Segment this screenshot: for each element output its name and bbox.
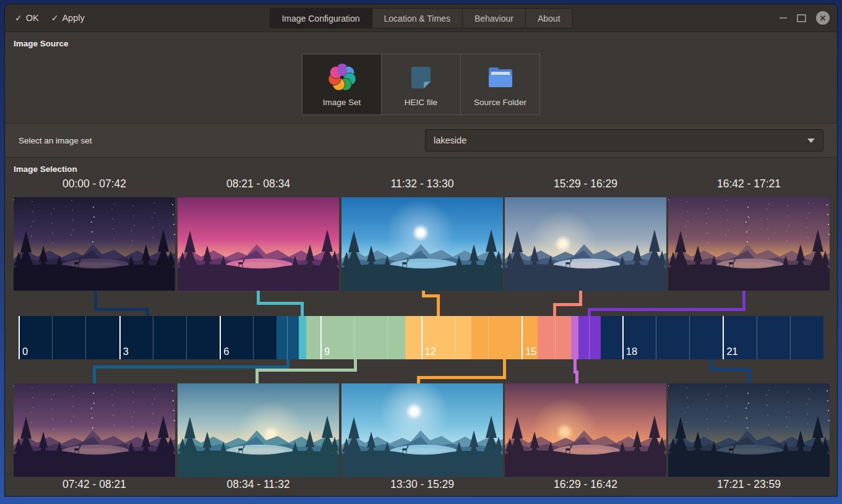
timeline-hour-tick <box>622 316 624 359</box>
apply-button-label: Apply <box>62 13 84 23</box>
image-time-label: 13:30 - 15:29 <box>342 478 503 491</box>
timeline-connector <box>588 308 745 311</box>
image-time-label: 00:00 - 07:42 <box>14 177 175 190</box>
timeline-hour-tick <box>119 316 121 359</box>
timeline-hour-label: 6 <box>223 346 229 357</box>
timeline-connector <box>256 369 259 383</box>
source-folder-icon <box>486 62 515 92</box>
image-time-label: 17:21 - 23:59 <box>668 478 830 491</box>
wallpaper-thumbnail[interactable] <box>668 197 830 291</box>
timeline-connector <box>437 294 440 316</box>
app-window: ✓ OK ✓ Apply Image Configuration Locatio… <box>5 4 837 496</box>
timeline-hour-label: 15 <box>525 346 536 357</box>
image-set-dropdown-value: lakeside <box>434 135 466 145</box>
titlebar-tabs: Image Configuration Location & Times Beh… <box>269 8 572 28</box>
tab-behaviour[interactable]: Behaviour <box>462 8 525 28</box>
image-time-label: 08:34 - 11:32 <box>178 478 339 491</box>
minimize-button[interactable] <box>780 17 787 19</box>
timeline-hour-tick <box>19 316 20 359</box>
thumbnail-scene <box>668 197 830 291</box>
ok-button[interactable]: ✓ OK <box>15 13 39 23</box>
timeline-hour-tick <box>723 316 724 359</box>
thumbnail-scene <box>505 383 666 477</box>
image-set-select-label: Select an image set <box>19 136 92 145</box>
thumbnail-scene <box>668 383 830 477</box>
source-type-label: Image Set <box>323 98 361 107</box>
wallpaper-thumbnail[interactable] <box>342 197 503 291</box>
timeline-hour-tick <box>757 316 757 359</box>
tab-location-times[interactable]: Location & Times <box>372 8 462 28</box>
timeline-hour-tick <box>253 316 254 359</box>
timeline-hour-tick <box>387 316 388 359</box>
timeline-hour-tick <box>85 316 86 359</box>
source-type-heic-file[interactable]: HEIC file <box>382 54 461 115</box>
timeline-hour-tick <box>689 316 690 359</box>
close-button[interactable]: ✕ <box>816 11 830 25</box>
wallpaper-thumbnail[interactable] <box>342 383 503 477</box>
timeline-hour-tick <box>656 316 656 359</box>
timeline-hour-label: 18 <box>626 346 637 357</box>
image-set-dropdown[interactable]: lakeside <box>425 129 823 152</box>
source-type-label: Source Folder <box>474 98 526 107</box>
image-time-label: 11:32 - 13:30 <box>342 177 503 190</box>
image-source-header: Image Source <box>5 32 837 52</box>
thumbnail-scene <box>178 197 339 291</box>
image-time-label: 16:42 - 17:21 <box>668 177 830 190</box>
tab-about[interactable]: About <box>525 8 573 28</box>
timeline-hour-tick <box>790 316 791 359</box>
maximize-button[interactable] <box>797 14 806 22</box>
wallpaper-thumbnail[interactable] <box>505 197 666 291</box>
timeline-connector <box>256 369 357 372</box>
timeline-hour-tick <box>52 316 53 359</box>
image-set-select-row: Select an image set lakeside <box>5 123 837 158</box>
timeline-segment[interactable] <box>299 316 306 359</box>
wallpaper-thumbnail[interactable] <box>14 197 175 291</box>
timeline-segment[interactable] <box>405 316 471 359</box>
image-time-label: 16:29 - 16:42 <box>505 478 666 491</box>
timeline-connector <box>417 376 506 379</box>
wallpaper-thumbnail[interactable] <box>178 197 339 291</box>
image-selection-header: Image Selection <box>5 158 837 177</box>
source-type-image-set[interactable]: Image Set <box>302 54 382 115</box>
timeline-connector <box>710 368 750 371</box>
timeline-segment[interactable] <box>538 316 571 359</box>
heic-file-icon <box>406 62 436 92</box>
timeline-segment[interactable] <box>19 316 277 359</box>
image-set-pinwheel-icon <box>327 62 357 92</box>
wallpaper-thumbnail[interactable] <box>178 383 339 477</box>
timeline-hour-tick <box>455 316 455 359</box>
timeline-segment[interactable] <box>571 316 578 359</box>
wallpaper-thumbnail[interactable] <box>505 383 666 477</box>
timeline-connector <box>747 368 750 383</box>
timeline-hour-label: 9 <box>324 346 330 357</box>
image-selection-canvas: 00:00 - 07:4208:21 - 08:3411:32 - 13:301… <box>5 177 837 496</box>
thumbnail-scene <box>178 383 339 477</box>
timeline-segment[interactable] <box>578 316 600 359</box>
thumbnail-scene <box>342 197 503 291</box>
timeline-hour-tick <box>220 316 221 359</box>
timeline-connector <box>575 370 578 383</box>
source-type-source-folder[interactable]: Source Folder <box>461 54 540 115</box>
timeline-connector <box>146 308 149 316</box>
apply-button[interactable]: ✓ Apply <box>51 13 85 23</box>
timeline-connector <box>588 308 591 316</box>
timeline-connector <box>553 303 582 306</box>
timeline-hour-label: 0 <box>22 346 28 357</box>
timeline-connector <box>301 302 304 316</box>
check-icon: ✓ <box>15 13 22 23</box>
ok-button-label: OK <box>26 13 39 23</box>
timeline-segment[interactable] <box>277 316 298 359</box>
tab-image-configuration[interactable]: Image Configuration <box>269 8 371 28</box>
timeline-connector <box>257 302 304 305</box>
timeline-hour-tick <box>287 316 288 359</box>
source-type-group: Image Set HEIC file Source Folder <box>5 54 837 115</box>
timeline-hour-tick <box>153 316 153 359</box>
timeline-hour-tick <box>488 316 489 359</box>
wallpaper-thumbnail[interactable] <box>14 383 175 477</box>
timeline-connector <box>94 308 149 311</box>
check-icon: ✓ <box>51 13 59 23</box>
wallpaper-thumbnail[interactable] <box>668 383 830 477</box>
timeline-hour-tick <box>555 316 556 359</box>
source-type-label: HEIC file <box>405 98 437 107</box>
timeline-hour-label: 3 <box>123 346 129 357</box>
